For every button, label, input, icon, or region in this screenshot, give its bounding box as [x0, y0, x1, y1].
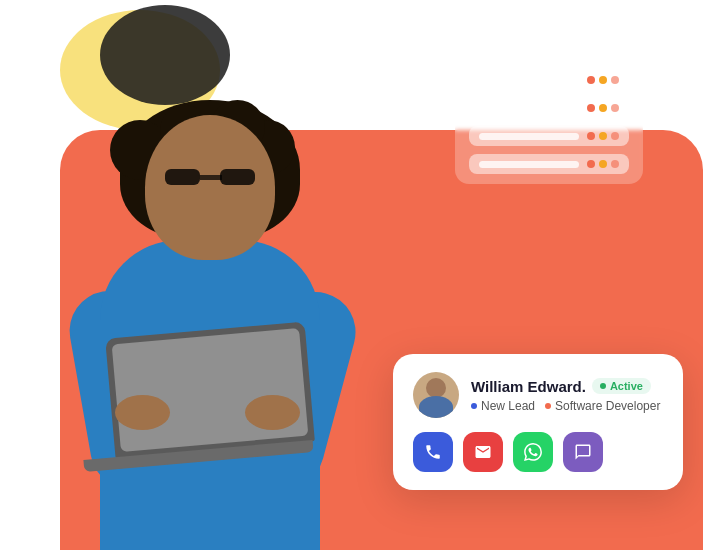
dot-group — [587, 104, 619, 112]
whatsapp-icon — [524, 443, 542, 461]
tag-dot-orange-icon — [545, 403, 551, 409]
avatar-head — [426, 378, 446, 398]
row-bar — [479, 105, 579, 112]
dot-red — [587, 104, 595, 112]
row-bar — [479, 133, 579, 140]
dot-orange — [599, 76, 607, 84]
dot-red — [587, 76, 595, 84]
dot-pink — [611, 104, 619, 112]
row-bar — [479, 77, 579, 84]
table-widget-row — [469, 126, 629, 146]
whatsapp-button[interactable] — [513, 432, 553, 472]
scene: William Edward. Active New Lead Software… — [0, 0, 703, 550]
active-badge: Active — [592, 378, 651, 394]
dot-group — [587, 76, 619, 84]
avatar-body — [419, 396, 453, 418]
dot-group — [587, 132, 619, 140]
tag-role: Software Developer — [545, 399, 660, 413]
dot-red — [587, 132, 595, 140]
tag-new-lead: New Lead — [471, 399, 535, 413]
table-widget-row — [469, 98, 629, 118]
card-tags: New Lead Software Developer — [471, 399, 663, 413]
dot-orange — [599, 160, 607, 168]
table-widget-row — [469, 70, 629, 90]
dot-pink — [611, 160, 619, 168]
message-button[interactable] — [563, 432, 603, 472]
person-image — [10, 10, 410, 550]
table-widget-row — [469, 154, 629, 174]
chat-icon — [574, 443, 592, 461]
active-dot-icon — [600, 383, 606, 389]
dot-red — [587, 160, 595, 168]
card-info: William Edward. Active New Lead Software… — [471, 378, 663, 413]
card-actions — [413, 432, 663, 472]
table-widget — [455, 60, 643, 184]
tag-dot-blue-icon — [471, 403, 477, 409]
contact-name: William Edward. Active — [471, 378, 663, 395]
dot-pink — [611, 76, 619, 84]
card-header: William Edward. Active New Lead Software… — [413, 372, 663, 418]
email-button[interactable] — [463, 432, 503, 472]
email-icon — [474, 443, 492, 461]
row-bar — [479, 161, 579, 168]
avatar — [413, 372, 459, 418]
dot-pink — [611, 132, 619, 140]
contact-card: William Edward. Active New Lead Software… — [393, 354, 683, 490]
dot-group — [587, 160, 619, 168]
dot-orange — [599, 104, 607, 112]
call-button[interactable] — [413, 432, 453, 472]
phone-icon — [424, 443, 442, 461]
dot-orange — [599, 132, 607, 140]
